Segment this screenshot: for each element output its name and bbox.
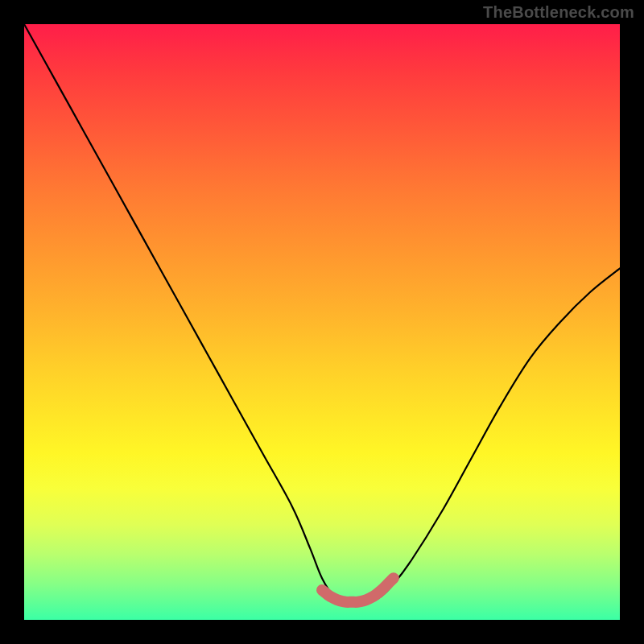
plot-svg [24,24,620,620]
flat-zone-marker [322,578,394,602]
chart-frame: TheBottleneck.com [0,0,644,644]
watermark-text: TheBottleneck.com [483,3,634,22]
bottleneck-curve [24,24,620,602]
plot-area [24,24,620,620]
